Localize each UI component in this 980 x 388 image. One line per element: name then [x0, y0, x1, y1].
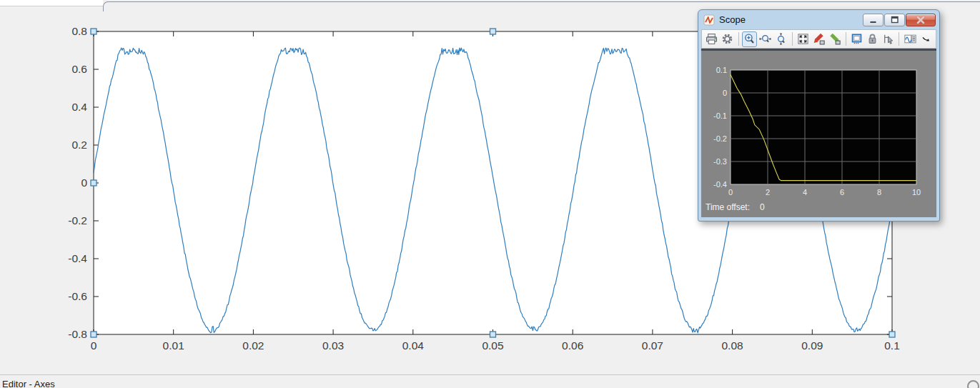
overflow-button[interactable]: [919, 31, 934, 47]
x-tick-label: 0.05: [482, 339, 503, 352]
y-tick-label: 0.8: [71, 25, 87, 37]
toolbar-separator: [792, 32, 793, 46]
property-editor-divider: [0, 374, 980, 375]
signal-selection-button[interactable]: [881, 31, 896, 47]
zoom-icon: [743, 33, 756, 45]
print-button[interactable]: [704, 31, 719, 47]
scope-y-tick-label: -0.2: [713, 134, 727, 143]
y-tick-label: 0.2: [71, 139, 87, 151]
floating-scope-icon: [851, 33, 863, 45]
y-tick-label: 0.6: [71, 63, 87, 75]
x-tick-label: 0.06: [562, 339, 583, 352]
scope-x-tick-label: 2: [766, 188, 770, 197]
selection-handle[interactable]: [889, 332, 895, 337]
scope-x-tick-label: 0: [728, 188, 733, 197]
clipped-corner-badge-icon: [967, 380, 979, 388]
scope-y-tick-label: 0.1: [716, 66, 727, 74]
toolbar-separator: [899, 32, 899, 46]
y-tick-label: 0: [81, 176, 87, 189]
scope-axes-background: [731, 70, 916, 184]
parameters-icon: [721, 33, 733, 45]
x-tick-label: 0: [91, 339, 97, 352]
save-axes-button[interactable]: [811, 31, 826, 47]
time-offset-label: Time offset:: [706, 202, 750, 212]
overflow-icon: [921, 34, 931, 44]
parameters-button[interactable]: [720, 31, 735, 47]
x-tick-label: 0.07: [642, 339, 663, 352]
print-icon: [706, 33, 718, 45]
scope-window-title: Scope: [719, 14, 863, 25]
selection-handle[interactable]: [91, 180, 96, 186]
scope-y-tick-label: -0.3: [713, 157, 727, 166]
scope-x-tick-label: 6: [840, 188, 844, 197]
zoom-button[interactable]: [742, 31, 757, 47]
selection-handle[interactable]: [490, 29, 496, 34]
restore-axes-button[interactable]: [827, 31, 842, 47]
restore-axes-icon: [828, 33, 841, 45]
save-axes-icon: [813, 33, 825, 45]
x-tick-label: 0.08: [722, 339, 743, 352]
toolbar-separator: [738, 32, 739, 46]
zoom-x-button[interactable]: [758, 31, 773, 47]
scope-axes-plot[interactable]: 02468100.10-0.1-0.2-0.3-0.4: [701, 51, 938, 217]
toolbar-separator: [846, 32, 846, 46]
minimize-icon: [863, 14, 883, 26]
maximize-button[interactable]: [884, 14, 905, 26]
lock-axes-button[interactable]: [865, 31, 880, 47]
y-tick-label: -0.6: [68, 290, 87, 302]
y-tick-label: -0.8: [68, 328, 87, 340]
y-tick-label: 0.4: [71, 101, 87, 113]
close-button[interactable]: [906, 14, 936, 26]
scope-window: Scope 02468100.10-0.1-0.2-0.3-0.4 Time o…: [698, 9, 940, 222]
autoscale-icon: [797, 33, 809, 45]
scope-window-icon: [703, 14, 715, 26]
x-tick-label: 0.09: [801, 339, 823, 352]
legends-button[interactable]: [902, 31, 917, 47]
scope-x-tick-label: 4: [803, 188, 807, 197]
y-tick-label: -0.4: [68, 252, 87, 264]
time-offset-value: 0: [760, 202, 765, 212]
close-icon: [906, 14, 935, 26]
scope-y-tick-label: -0.4: [713, 180, 727, 189]
x-tick-label: 0.1: [884, 339, 900, 352]
scope-y-tick-label: -0.1: [713, 111, 727, 120]
property-editor-title: Editor - Axes: [2, 379, 55, 388]
x-tick-label: 0.03: [322, 339, 344, 352]
scope-x-tick-label: 8: [877, 188, 881, 197]
y-tick-label: -0.2: [68, 214, 87, 227]
zoom-x-icon: [759, 33, 771, 45]
legends-icon: [904, 33, 916, 45]
minimize-button[interactable]: [863, 14, 884, 26]
selection-handle[interactable]: [490, 332, 496, 337]
zoom-y-icon: [775, 33, 787, 45]
zoom-y-button[interactable]: [773, 31, 788, 47]
window-controls: [863, 14, 936, 26]
scope-y-tick-label: 0: [723, 89, 727, 97]
scope-x-tick-label: 10: [912, 188, 921, 197]
x-tick-label: 0.01: [163, 339, 184, 352]
matlab-figure-window: 00.010.020.030.040.050.060.070.080.090.1…: [0, 0, 980, 388]
selection-handle[interactable]: [91, 332, 96, 337]
autoscale-button[interactable]: [796, 31, 811, 47]
x-tick-label: 0.02: [242, 339, 264, 352]
scope-titlebar[interactable]: Scope: [698, 10, 939, 28]
scope-toolbar: [701, 29, 936, 49]
floating-scope-button[interactable]: [849, 31, 864, 47]
x-tick-label: 0.04: [402, 339, 425, 352]
signal-selection-icon: [882, 33, 894, 45]
time-offset-status: Time offset:0: [706, 202, 765, 212]
selection-handle[interactable]: [91, 29, 96, 34]
maximize-icon: [885, 14, 904, 26]
lock-axes-icon: [866, 33, 878, 45]
scope-display-area: 02468100.10-0.1-0.2-0.3-0.4 Time offset:…: [701, 49, 936, 217]
